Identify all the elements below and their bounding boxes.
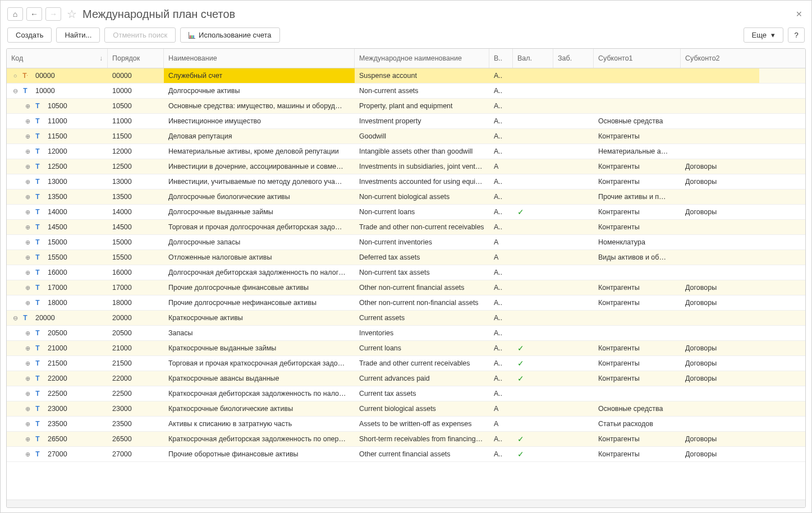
cancel-search-button[interactable]: Отменить поиск bbox=[104, 27, 176, 43]
expand-icon[interactable]: ⊕ bbox=[24, 345, 31, 352]
expand-icon[interactable]: ⊕ bbox=[24, 360, 31, 367]
cell-vid: А.. bbox=[489, 99, 513, 113]
col-header-val[interactable]: Вал. bbox=[513, 49, 553, 68]
cell-order: 10500 bbox=[108, 99, 164, 113]
cell-vid: А bbox=[489, 417, 513, 431]
cell-name: Инвестиции в дочерние, ассоциированные и… bbox=[164, 159, 355, 174]
create-button[interactable]: Создать bbox=[7, 27, 52, 43]
table-row[interactable]: ⊕Т 1250012500Инвестиции в дочерние, ассо… bbox=[7, 159, 805, 174]
cell-val bbox=[513, 280, 553, 295]
cell-val bbox=[513, 386, 553, 401]
collapse-icon[interactable]: ⊖ bbox=[11, 315, 19, 322]
table-row[interactable]: ⊕Т 1800018000Прочие долгосрочные нефинан… bbox=[7, 295, 805, 311]
cell-intl: Other non-current non-financial assets bbox=[355, 295, 489, 310]
cell-val bbox=[513, 68, 553, 83]
more-button[interactable]: Еще ▾ bbox=[744, 27, 783, 43]
home-button[interactable]: ⌂ bbox=[7, 7, 23, 21]
cell-name: Долгосрочная дебиторская задолженность п… bbox=[164, 265, 355, 280]
cell-vid: А.. bbox=[489, 280, 513, 295]
table-row[interactable]: ⊕Т 1050010500Основные средства: имуществ… bbox=[7, 99, 805, 114]
table-row[interactable]: ⊖Т 2000020000Краткосрочные активыCurrent… bbox=[7, 311, 805, 326]
horizontal-scrollbar[interactable] bbox=[7, 500, 805, 507]
expand-icon[interactable]: ⊕ bbox=[24, 178, 31, 186]
table-row[interactable]: ⊕Т 2200022000Краткосрочные авансы выданн… bbox=[7, 371, 805, 386]
col-header-order[interactable]: Порядок bbox=[108, 49, 164, 68]
cell-sub2 bbox=[681, 190, 759, 204]
expand-icon[interactable]: ⊕ bbox=[24, 330, 31, 337]
expand-icon[interactable]: ⊕ bbox=[24, 118, 31, 125]
col-header-code[interactable]: Код ↓ bbox=[7, 49, 108, 68]
cell-zab bbox=[553, 356, 594, 371]
account-usage-button[interactable]: Использование счета bbox=[180, 27, 279, 43]
table-row[interactable]: ⊕Т 2100021000Краткосрочные выданные займ… bbox=[7, 341, 805, 356]
table-row[interactable]: ⊕Т 2350023500Активы к списанию в затратн… bbox=[7, 417, 805, 432]
forward-button[interactable]: → bbox=[45, 7, 61, 21]
table-row[interactable]: ⊕Т 1200012000Нематериальные активы, кром… bbox=[7, 144, 805, 159]
collapse-icon[interactable]: ⊖ bbox=[11, 87, 19, 95]
expand-icon[interactable]: ⊕ bbox=[24, 299, 31, 307]
cell-val: ✓ bbox=[513, 432, 553, 446]
col-header-zab[interactable]: Заб. bbox=[553, 49, 594, 68]
help-button[interactable]: ? bbox=[788, 27, 805, 43]
back-button[interactable]: ← bbox=[26, 7, 42, 21]
table-row[interactable]: ⊕Т 2250022500Краткосрочная дебиторская з… bbox=[7, 386, 805, 401]
table-row[interactable]: ⊕Т 1400014000Долгосрочные выданные займы… bbox=[7, 205, 805, 220]
expand-icon[interactable]: ⊕ bbox=[24, 103, 31, 110]
expand-icon[interactable]: ⊕ bbox=[24, 209, 31, 216]
expand-icon[interactable]: ⊕ bbox=[24, 420, 31, 428]
table-row[interactable]: ⊕Т 2150021500Торговая и прочая краткосро… bbox=[7, 356, 805, 371]
cell-order: 15500 bbox=[108, 250, 164, 265]
expand-icon[interactable]: ⊕ bbox=[24, 390, 31, 398]
table-row[interactable]: ⊖Т 1000010000Долгосрочные активыNon-curr… bbox=[7, 84, 805, 99]
expand-icon[interactable]: ⊕ bbox=[24, 163, 31, 170]
cell-intl: Current biological assets bbox=[355, 401, 489, 416]
account-type-icon: Т bbox=[21, 72, 29, 80]
table-row[interactable]: ⊕Т 2700027000Прочие оборотные финансовые… bbox=[7, 447, 805, 462]
cell-sub1: Нематериальные а… bbox=[594, 144, 681, 159]
cell-name: Отложенные налоговые активы bbox=[164, 250, 355, 265]
expand-icon[interactable]: ⊕ bbox=[24, 451, 31, 458]
expand-icon[interactable]: ⊕ bbox=[24, 193, 31, 201]
grid-header: Код ↓ Порядок Наименование Международное… bbox=[7, 49, 805, 68]
table-row[interactable]: ⊕Т 1150011500Деловая репутацияGoodwillА.… bbox=[7, 129, 805, 144]
cell-intl: Trade and other current receivables bbox=[355, 356, 489, 371]
col-header-intl[interactable]: Международное наименование bbox=[355, 49, 489, 68]
cell-vid: А.. bbox=[489, 174, 513, 189]
cell-sub1: Контрагенты bbox=[594, 341, 681, 355]
expand-icon[interactable]: ⊕ bbox=[24, 254, 31, 261]
table-row[interactable]: ⊕Т 1300013000Инвестиции, учитываемые по … bbox=[7, 174, 805, 190]
expand-icon[interactable]: ⊕ bbox=[24, 224, 31, 231]
expand-icon[interactable]: ⊕ bbox=[24, 148, 31, 155]
table-row[interactable]: ⊕Т 2650026500Краткосрочная дебиторская з… bbox=[7, 432, 805, 447]
table-row[interactable]: ⊕Т 1350013500Долгосрочные биологические … bbox=[7, 190, 805, 205]
expand-icon[interactable]: ⊕ bbox=[24, 284, 31, 292]
expand-icon[interactable]: ⊕ bbox=[24, 436, 31, 443]
table-row[interactable]: ⊕Т 1600016000Долгосрочная дебиторская за… bbox=[7, 265, 805, 280]
cell-intl: Non-current loans bbox=[355, 205, 489, 219]
find-button[interactable]: Найти... bbox=[56, 27, 100, 43]
table-row[interactable]: ⊕Т 2300023000Краткосрочные биологические… bbox=[7, 401, 805, 417]
table-row[interactable]: ⊕Т 2050020500ЗапасыInventoriesА.. bbox=[7, 326, 805, 341]
col-header-sub2[interactable]: Субконто2 bbox=[681, 49, 759, 68]
col-header-name[interactable]: Наименование bbox=[164, 49, 355, 68]
toolbar: Создать Найти... Отменить поиск Использо… bbox=[6, 25, 806, 48]
expand-icon[interactable]: ⊕ bbox=[24, 375, 31, 382]
table-row[interactable]: ⊕Т 1450014500Торговая и прочая долгосроч… bbox=[7, 220, 805, 235]
table-row[interactable]: ⊕Т 1500015000Долгосрочные запасыNon-curr… bbox=[7, 235, 805, 250]
table-row[interactable]: ⊕Т 1700017000Прочие долгосрочные финансо… bbox=[7, 280, 805, 295]
cell-zab bbox=[553, 68, 594, 83]
expand-icon[interactable]: ⊕ bbox=[24, 239, 31, 246]
expand-icon[interactable]: ⊕ bbox=[24, 269, 31, 276]
table-row[interactable]: ⊕Т 1100011000Инвестиционное имуществоInv… bbox=[7, 114, 805, 129]
favorite-star-icon[interactable]: ☆ bbox=[67, 7, 77, 21]
cell-vid: А.. bbox=[489, 341, 513, 355]
code-value: 22000 bbox=[44, 375, 67, 382]
grid-body[interactable]: ○Т 0000000000Служебный счетSuspense acco… bbox=[7, 68, 805, 500]
expand-icon[interactable]: ⊕ bbox=[24, 133, 31, 140]
table-row[interactable]: ○Т 0000000000Служебный счетSuspense acco… bbox=[7, 68, 805, 84]
close-icon[interactable]: ✕ bbox=[793, 7, 805, 21]
col-header-vid[interactable]: В.. bbox=[489, 49, 513, 68]
col-header-sub1[interactable]: Субконто1 bbox=[594, 49, 681, 68]
table-row[interactable]: ⊕Т 1550015500Отложенные налоговые активы… bbox=[7, 250, 805, 265]
expand-icon[interactable]: ⊕ bbox=[24, 405, 31, 413]
